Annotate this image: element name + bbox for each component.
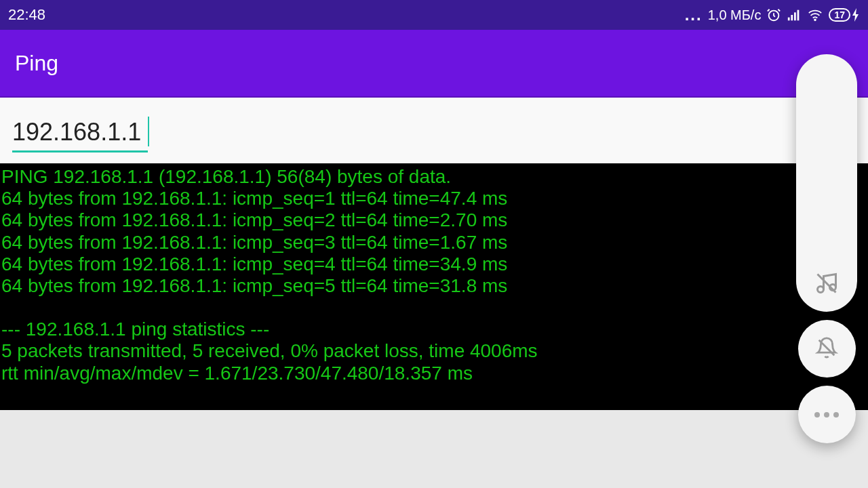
edge-panel (796, 54, 857, 443)
status-indicators: ... 1,0 МБ/с 17 (685, 5, 860, 24)
svg-rect-4 (797, 10, 800, 21)
dnd-button[interactable] (798, 320, 856, 378)
clock-text: 22:48 (8, 6, 45, 24)
signal-icon (787, 7, 802, 22)
bell-off-icon (815, 336, 838, 362)
status-time: 22:48 (8, 6, 45, 24)
more-dots-icon (814, 412, 839, 418)
ping-reply-line: 64 bytes from 192.168.1.1: icmp_seq=5 tt… (1, 275, 868, 297)
svg-rect-2 (791, 15, 793, 20)
svg-rect-3 (794, 12, 796, 20)
ping-stats-line: rtt min/avg/max/mdev = 1.671/23.730/47.4… (1, 363, 868, 384)
ping-stats-header: --- 192.168.1.1 ping statistics --- (1, 319, 868, 340)
blank-line (1, 297, 868, 319)
terminal-output: PING 192.168.1.1 (192.168.1.1) 56(84) by… (0, 163, 868, 410)
android-status-bar: 22:48 ... 1,0 МБ/с 17 (0, 0, 868, 30)
ping-reply-line: 64 bytes from 192.168.1.1: icmp_seq=3 tt… (1, 232, 868, 253)
input-area (0, 98, 868, 163)
svg-line-8 (818, 274, 836, 293)
battery-indicator: 17 (829, 8, 860, 22)
menu-dots-icon: ... (685, 5, 703, 24)
wifi-icon (807, 7, 823, 22)
ping-reply-line: 64 bytes from 192.168.1.1: icmp_seq=1 tt… (1, 188, 868, 209)
ip-address-input[interactable] (12, 117, 148, 152)
ping-stats-line: 5 packets transmitted, 5 received, 0% pa… (1, 340, 868, 362)
battery-percent: 17 (829, 8, 850, 22)
app-title: Ping (15, 51, 58, 76)
app-bar: Ping (0, 30, 868, 98)
svg-point-6 (818, 287, 824, 293)
edge-panel-handle[interactable] (796, 54, 857, 312)
svg-point-5 (815, 19, 816, 20)
network-speed: 1,0 МБ/с (708, 7, 762, 23)
charging-icon (852, 8, 860, 22)
svg-rect-1 (788, 18, 790, 21)
ping-reply-line: 64 bytes from 192.168.1.1: icmp_seq=4 tt… (1, 253, 868, 275)
alarm-icon (766, 7, 781, 22)
music-off-icon[interactable] (814, 271, 839, 298)
ping-reply-line: 64 bytes from 192.168.1.1: icmp_seq=2 tt… (1, 209, 868, 231)
ping-header-line: PING 192.168.1.1 (192.168.1.1) 56(84) by… (1, 166, 868, 188)
ip-input-container (12, 117, 148, 152)
text-cursor (148, 117, 149, 146)
more-button[interactable] (798, 386, 856, 443)
